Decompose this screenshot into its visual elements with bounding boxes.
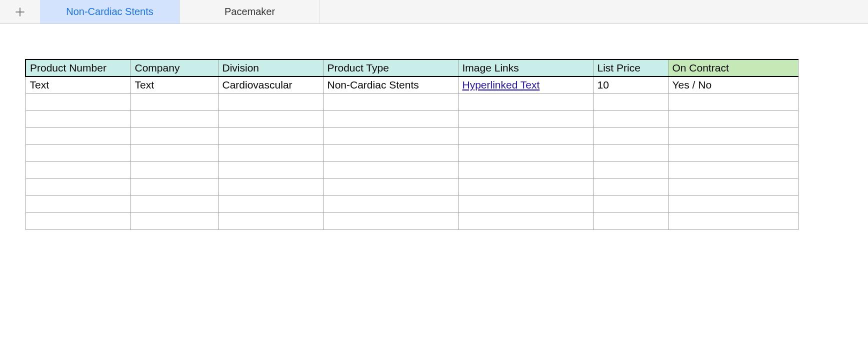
cell[interactable] <box>218 212 323 230</box>
cell[interactable] <box>593 110 668 128</box>
table-row[interactable] <box>26 212 798 230</box>
cell[interactable] <box>130 144 218 162</box>
hyperlink[interactable]: Hyperlinked Text <box>462 79 540 90</box>
tab-label: Non-Cardiac Stents <box>66 6 154 18</box>
cell[interactable] <box>323 128 458 144</box>
cell-company[interactable]: Text <box>130 76 218 94</box>
cell[interactable] <box>130 110 218 128</box>
header-label: Division <box>222 62 260 74</box>
cell-value: Hyperlinked Text <box>462 79 540 90</box>
cell[interactable] <box>668 196 798 212</box>
cell[interactable] <box>26 162 130 178</box>
cell-product-number[interactable]: Text <box>26 76 130 94</box>
cell-product-type[interactable]: Non-Cardiac Stents <box>323 76 458 94</box>
cell[interactable] <box>130 212 218 230</box>
col-product-number[interactable]: Product Number <box>26 60 130 76</box>
cell[interactable] <box>26 94 130 110</box>
cell[interactable] <box>668 128 798 144</box>
cell[interactable] <box>593 94 668 110</box>
header-label: Company <box>135 62 180 74</box>
cell[interactable] <box>458 162 593 178</box>
tab-non-cardiac-stents[interactable]: Non-Cardiac Stents <box>40 0 180 24</box>
cell[interactable] <box>323 196 458 212</box>
cell[interactable] <box>668 94 798 110</box>
cell[interactable] <box>668 212 798 230</box>
cell[interactable] <box>593 212 668 230</box>
cell[interactable] <box>323 110 458 128</box>
table-row[interactable] <box>26 178 798 196</box>
cell[interactable] <box>26 196 130 212</box>
cell[interactable] <box>26 128 130 144</box>
cell-division[interactable]: Cardiovascular <box>218 76 323 94</box>
cell[interactable] <box>218 162 323 178</box>
data-table[interactable]: Product Number Company Division Product … <box>25 59 798 230</box>
header-label: On Contract <box>672 62 729 74</box>
table-row[interactable] <box>26 110 798 128</box>
col-image-links[interactable]: Image Links <box>458 60 593 76</box>
cell-list-price[interactable]: 10 <box>593 76 668 94</box>
cell[interactable] <box>130 178 218 196</box>
cell[interactable] <box>323 178 458 196</box>
cell[interactable] <box>458 178 593 196</box>
table-row[interactable] <box>26 162 798 178</box>
cell[interactable] <box>323 162 458 178</box>
cell[interactable] <box>323 212 458 230</box>
cell[interactable] <box>323 144 458 162</box>
cell[interactable] <box>218 110 323 128</box>
plus-icon <box>16 8 24 16</box>
cell[interactable] <box>458 212 593 230</box>
cell[interactable] <box>458 196 593 212</box>
table-row[interactable] <box>26 144 798 162</box>
col-division[interactable]: Division <box>218 60 323 76</box>
cell[interactable] <box>130 128 218 144</box>
cell-image-links[interactable]: Hyperlinked Text <box>458 76 593 94</box>
cell[interactable] <box>593 178 668 196</box>
cell[interactable] <box>668 178 798 196</box>
table-row[interactable] <box>26 128 798 144</box>
tab-bar: Non-Cardiac Stents Pacemaker <box>0 0 868 24</box>
cell[interactable] <box>458 94 593 110</box>
header-label: Image Links <box>462 62 519 74</box>
cell[interactable] <box>323 94 458 110</box>
cell-on-contract[interactable]: Yes / No <box>668 76 798 94</box>
cell[interactable] <box>593 144 668 162</box>
table-row[interactable] <box>26 94 798 110</box>
cell[interactable] <box>218 128 323 144</box>
cell[interactable] <box>218 196 323 212</box>
header-label: Product Number <box>30 62 106 74</box>
col-list-price[interactable]: List Price <box>593 60 668 76</box>
cell[interactable] <box>26 144 130 162</box>
tab-label: Pacemaker <box>224 6 275 18</box>
col-company[interactable]: Company <box>130 60 218 76</box>
cell[interactable] <box>218 144 323 162</box>
cell-value: Yes / No <box>672 79 712 90</box>
sheet-content: Product Number Company Division Product … <box>0 24 868 230</box>
cell[interactable] <box>593 162 668 178</box>
cell[interactable] <box>593 128 668 144</box>
tab-pacemaker[interactable]: Pacemaker <box>180 0 320 24</box>
cell[interactable] <box>130 162 218 178</box>
table-header-row: Product Number Company Division Product … <box>26 60 798 76</box>
cell[interactable] <box>130 196 218 212</box>
cell[interactable] <box>130 94 218 110</box>
cell[interactable] <box>668 144 798 162</box>
cell[interactable] <box>458 128 593 144</box>
cell-value: Text <box>135 79 154 90</box>
table-row[interactable]: Text Text Cardiovascular Non-Cardiac Ste… <box>26 76 798 94</box>
cell[interactable] <box>218 178 323 196</box>
cell[interactable] <box>26 110 130 128</box>
col-on-contract[interactable]: On Contract <box>668 60 798 76</box>
header-label: List Price <box>598 62 640 74</box>
table-row[interactable] <box>26 196 798 212</box>
cell[interactable] <box>668 110 798 128</box>
col-product-type[interactable]: Product Type <box>323 60 458 76</box>
cell[interactable] <box>218 94 323 110</box>
cell[interactable] <box>26 178 130 196</box>
cell[interactable] <box>458 110 593 128</box>
cell[interactable] <box>668 162 798 178</box>
add-tab-button[interactable] <box>0 0 40 24</box>
cell[interactable] <box>458 144 593 162</box>
cell[interactable] <box>26 212 130 230</box>
cell-value: Cardiovascular <box>222 79 292 90</box>
cell[interactable] <box>593 196 668 212</box>
